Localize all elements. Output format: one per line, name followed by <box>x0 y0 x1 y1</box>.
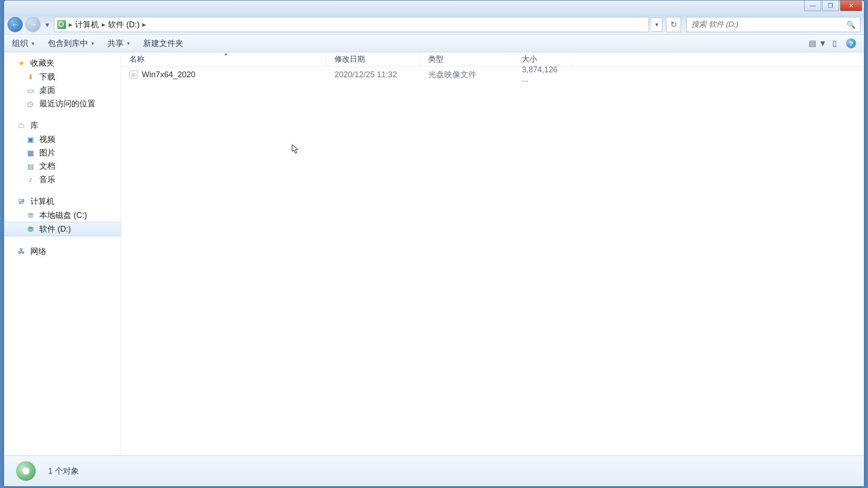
sidebar-item-drive-c[interactable]: ⛃本地磁盘 (C:) <box>4 209 121 222</box>
file-date: 2020/12/25 11:32 <box>327 70 420 79</box>
sidebar-item-label: 音乐 <box>39 174 55 185</box>
drive-icon: ⛃ <box>26 211 35 220</box>
file-row[interactable]: ◎Win7x64_2020 2020/12/25 11:32 光盘映像文件 3,… <box>121 67 864 83</box>
include-label: 包含到库中 <box>48 38 88 49</box>
sidebar-item-downloads[interactable]: ⬇下载 <box>4 70 121 83</box>
back-button[interactable]: ← <box>8 17 23 32</box>
preview-icon: ▯ <box>832 38 837 48</box>
column-label: 类型 <box>428 54 443 64</box>
toolbar: 组织▼ 包含到库中▼ 共享▼ 新建文件夹 ▤▼ ▯ ? <box>4 34 864 52</box>
file-list-pane[interactable]: 名称▲ 修改日期 类型 大小 ◎Win7x64_2020 2020/12/25 … <box>121 52 864 455</box>
sort-ascending-icon: ▲ <box>224 51 228 56</box>
column-date[interactable]: 修改日期 <box>327 52 420 66</box>
computer-label: 计算机 <box>30 196 54 207</box>
document-icon: ▤ <box>26 162 35 171</box>
chevron-down-icon: ▼ <box>126 41 131 46</box>
chevron-down-icon: ▼ <box>654 22 659 27</box>
arrow-right-icon: → <box>29 20 37 29</box>
file-type: 光盘映像文件 <box>420 69 514 80</box>
search-input[interactable] <box>691 20 847 29</box>
arrow-left-icon: ← <box>11 20 19 29</box>
drive-icon <box>57 20 66 29</box>
libraries-header[interactable]: 🗀库 <box>4 118 121 133</box>
navigation-pane[interactable]: ★收藏夹 ⬇下载 ▭桌面 ◷最近访问的位置 🗀库 ▣视频 ▦图片 ▤文档 ♪音乐… <box>4 52 121 455</box>
computer-icon: 🖳 <box>17 197 26 206</box>
video-icon: ▣ <box>26 135 35 144</box>
column-name[interactable]: 名称▲ <box>121 52 327 66</box>
help-button[interactable]: ? <box>846 38 856 48</box>
sidebar-item-label: 图片 <box>39 147 55 158</box>
computer-group: 🖳计算机 ⛃本地磁盘 (C:) ⛃软件 (D:) <box>4 194 121 236</box>
sidebar-item-desktop[interactable]: ▭桌面 <box>4 83 121 97</box>
breadcrumb-separator-icon[interactable]: ▶ <box>66 22 75 28</box>
share-menu[interactable]: 共享▼ <box>107 38 131 49</box>
organize-label: 组织 <box>12 38 28 49</box>
drive-large-icon <box>13 459 38 484</box>
network-group: 🖧网络 <box>4 244 121 259</box>
sidebar-item-music[interactable]: ♪音乐 <box>4 173 121 186</box>
sidebar-item-label: 文档 <box>39 161 55 171</box>
drive-icon: ⛃ <box>26 225 35 234</box>
include-in-library-menu[interactable]: 包含到库中▼ <box>48 38 95 49</box>
new-folder-button[interactable]: 新建文件夹 <box>143 38 183 49</box>
computer-header[interactable]: 🖳计算机 <box>4 194 121 209</box>
chevron-down-icon: ▼ <box>819 39 827 48</box>
refresh-icon: ↻ <box>670 20 677 29</box>
breadcrumb-separator-icon[interactable]: ▶ <box>140 22 149 28</box>
newfolder-label: 新建文件夹 <box>143 38 183 49</box>
sidebar-item-drive-d[interactable]: ⛃软件 (D:) <box>4 222 121 236</box>
sidebar-item-documents[interactable]: ▤文档 <box>4 159 121 173</box>
sidebar-item-label: 桌面 <box>39 85 55 96</box>
explorer-window: — ❐ ✕ ← → ▾ ▶ 计算机 ▶ 软件 (D:) ▶ ▼ ↻ 🔍 组织▼ … <box>4 0 864 487</box>
favorites-label: 收藏夹 <box>30 58 54 68</box>
favorites-group: ★收藏夹 ⬇下载 ▭桌面 ◷最近访问的位置 <box>4 56 121 110</box>
minimize-icon: — <box>810 2 816 9</box>
file-size: 3,874,126 ... <box>514 65 572 84</box>
minimize-button[interactable]: — <box>804 0 821 11</box>
maximize-button[interactable]: ❐ <box>822 0 839 11</box>
breadcrumb-computer[interactable]: 计算机 <box>75 19 99 30</box>
nav-history-dropdown[interactable]: ▾ <box>43 17 51 32</box>
sidebar-item-label: 软件 (D:) <box>39 224 71 234</box>
download-icon: ⬇ <box>26 72 35 81</box>
picture-icon: ▦ <box>26 148 35 157</box>
music-icon: ♪ <box>26 175 35 184</box>
address-bar[interactable]: ▶ 计算机 ▶ 软件 (D:) ▶ <box>54 17 649 32</box>
column-headers: 名称▲ 修改日期 类型 大小 <box>121 52 864 67</box>
title-bar[interactable]: — ❐ ✕ <box>4 0 864 15</box>
sidebar-item-label: 下载 <box>39 71 55 82</box>
file-rows[interactable]: ◎Win7x64_2020 2020/12/25 11:32 光盘映像文件 3,… <box>121 67 864 455</box>
status-bar: 1 个对象 <box>4 455 864 486</box>
sidebar-item-label: 本地磁盘 (C:) <box>39 210 87 221</box>
help-icon: ? <box>849 40 853 47</box>
column-type[interactable]: 类型 <box>420 52 514 66</box>
chevron-down-icon: ▼ <box>31 41 35 46</box>
sidebar-item-pictures[interactable]: ▦图片 <box>4 146 121 159</box>
search-icon[interactable]: 🔍 <box>847 21 856 29</box>
breadcrumb-separator-icon[interactable]: ▶ <box>99 22 108 28</box>
view-options-button[interactable]: ▤▼ <box>812 38 823 49</box>
iso-file-icon: ◎ <box>129 71 137 79</box>
network-label: 网络 <box>30 246 46 257</box>
star-icon: ★ <box>17 58 26 67</box>
sidebar-item-recent[interactable]: ◷最近访问的位置 <box>4 97 121 110</box>
forward-button[interactable]: → <box>25 17 41 32</box>
sidebar-item-videos[interactable]: ▣视频 <box>4 133 121 146</box>
preview-pane-button[interactable]: ▯ <box>829 38 840 49</box>
address-history-button[interactable]: ▼ <box>652 17 662 32</box>
breadcrumb-drive[interactable]: 软件 (D:) <box>108 19 140 30</box>
search-box[interactable]: 🔍 <box>686 17 860 32</box>
window-controls: — ❐ ✕ <box>803 0 862 11</box>
column-size[interactable]: 大小 <box>514 52 572 66</box>
content-area: ★收藏夹 ⬇下载 ▭桌面 ◷最近访问的位置 🗀库 ▣视频 ▦图片 ▤文档 ♪音乐… <box>4 52 864 455</box>
sidebar-item-label: 视频 <box>39 134 55 145</box>
refresh-button[interactable]: ↻ <box>666 17 681 32</box>
network-icon: 🖧 <box>17 247 26 256</box>
close-button[interactable]: ✕ <box>840 0 862 11</box>
view-icon: ▤ <box>809 38 816 48</box>
network-header[interactable]: 🖧网络 <box>4 244 121 259</box>
column-label: 大小 <box>522 54 537 64</box>
favorites-header[interactable]: ★收藏夹 <box>4 56 121 70</box>
organize-menu[interactable]: 组织▼ <box>12 38 35 49</box>
file-name: Win7x64_2020 <box>142 70 195 79</box>
